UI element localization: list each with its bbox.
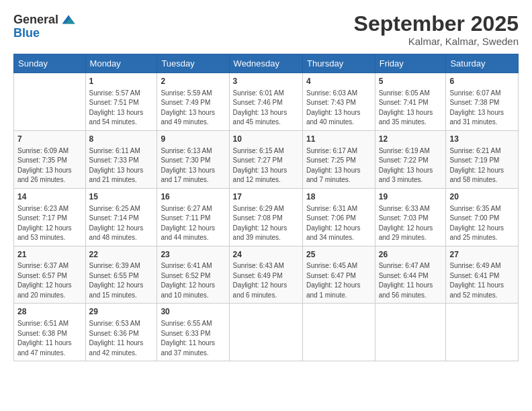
- day-number: 16: [161, 191, 225, 203]
- day-number: 27: [449, 249, 515, 261]
- day-number: 7: [17, 134, 82, 145]
- day-info: Sunrise: 6:49 AMSunset: 6:41 PMDaylight:…: [449, 261, 515, 300]
- header-thursday: Thursday: [302, 54, 375, 73]
- calendar-cell: 8Sunrise: 6:11 AMSunset: 7:33 PMDaylight…: [85, 130, 157, 188]
- week-row-1: 1Sunrise: 5:57 AMSunset: 7:51 PMDaylight…: [14, 73, 519, 131]
- page: General Blue September 2025 Kalmar, Kalm…: [0, 0, 532, 411]
- day-info: Sunrise: 6:03 AMSunset: 7:43 PMDaylight:…: [306, 89, 371, 128]
- calendar-cell: 29Sunrise: 6:53 AMSunset: 6:36 PMDayligh…: [85, 304, 157, 361]
- day-info: Sunrise: 6:09 AMSunset: 7:35 PMDaylight:…: [17, 146, 82, 185]
- day-number: 18: [306, 191, 371, 203]
- calendar-cell: 12Sunrise: 6:19 AMSunset: 7:22 PMDayligh…: [375, 130, 446, 188]
- header-sunday: Sunday: [14, 54, 86, 73]
- day-number: 3: [233, 76, 299, 87]
- logo-general: General: [13, 13, 58, 26]
- day-info: Sunrise: 6:15 AMSunset: 7:27 PMDaylight:…: [233, 146, 299, 185]
- day-info: Sunrise: 6:07 AMSunset: 7:38 PMDaylight:…: [449, 89, 515, 128]
- calendar-cell: 4Sunrise: 6:03 AMSunset: 7:43 PMDaylight…: [302, 73, 375, 131]
- calendar-cell: 18Sunrise: 6:31 AMSunset: 7:06 PMDayligh…: [302, 188, 375, 246]
- calendar-cell: 26Sunrise: 6:47 AMSunset: 6:44 PMDayligh…: [375, 246, 446, 304]
- header-friday: Friday: [375, 54, 446, 73]
- header-area: General Blue September 2025 Kalmar, Kalm…: [13, 12, 519, 47]
- header-monday: Monday: [85, 54, 157, 73]
- day-info: Sunrise: 5:59 AMSunset: 7:49 PMDaylight:…: [161, 89, 225, 128]
- day-info: Sunrise: 6:17 AMSunset: 7:25 PMDaylight:…: [306, 146, 371, 185]
- day-info: Sunrise: 6:51 AMSunset: 6:38 PMDaylight:…: [17, 319, 82, 358]
- day-number: 6: [449, 76, 515, 87]
- day-info: Sunrise: 6:29 AMSunset: 7:08 PMDaylight:…: [233, 204, 299, 243]
- header-tuesday: Tuesday: [157, 54, 229, 73]
- calendar-cell: 5Sunrise: 6:05 AMSunset: 7:41 PMDaylight…: [375, 73, 446, 131]
- title-area: September 2025 Kalmar, Kalmar, Sweden: [354, 12, 519, 47]
- calendar-cell: 16Sunrise: 6:27 AMSunset: 7:11 PMDayligh…: [157, 188, 229, 246]
- calendar-cell: [375, 304, 446, 361]
- day-number: 14: [17, 191, 82, 203]
- calendar-cell: [446, 304, 519, 361]
- header-saturday: Saturday: [446, 54, 519, 73]
- day-info: Sunrise: 6:05 AMSunset: 7:41 PMDaylight:…: [379, 89, 443, 128]
- day-number: 11: [306, 134, 371, 145]
- header-wednesday: Wednesday: [229, 54, 302, 73]
- weekday-header-row: Sunday Monday Tuesday Wednesday Thursday…: [14, 54, 519, 73]
- day-info: Sunrise: 6:55 AMSunset: 6:33 PMDaylight:…: [161, 319, 225, 358]
- day-number: 30: [161, 306, 225, 318]
- day-number: 19: [379, 191, 443, 203]
- day-number: 25: [306, 249, 371, 261]
- day-number: 17: [233, 191, 299, 203]
- week-row-5: 28Sunrise: 6:51 AMSunset: 6:38 PMDayligh…: [14, 304, 519, 361]
- calendar-cell: 9Sunrise: 6:13 AMSunset: 7:30 PMDaylight…: [157, 130, 229, 188]
- day-info: Sunrise: 6:19 AMSunset: 7:22 PMDaylight:…: [379, 146, 443, 185]
- day-info: Sunrise: 6:33 AMSunset: 7:03 PMDaylight:…: [379, 204, 443, 243]
- calendar-cell: 23Sunrise: 6:41 AMSunset: 6:52 PMDayligh…: [157, 246, 229, 304]
- calendar-cell: 14Sunrise: 6:23 AMSunset: 7:17 PMDayligh…: [14, 188, 86, 246]
- day-number: 26: [379, 249, 443, 261]
- day-number: 22: [89, 249, 154, 261]
- week-row-4: 21Sunrise: 6:37 AMSunset: 6:57 PMDayligh…: [14, 246, 519, 304]
- day-number: 4: [306, 76, 371, 87]
- day-info: Sunrise: 6:23 AMSunset: 7:17 PMDaylight:…: [17, 204, 82, 243]
- day-number: 21: [17, 249, 82, 261]
- day-number: 10: [233, 134, 299, 145]
- calendar-table: Sunday Monday Tuesday Wednesday Thursday…: [13, 54, 519, 361]
- calendar-cell: 17Sunrise: 6:29 AMSunset: 7:08 PMDayligh…: [229, 188, 302, 246]
- day-info: Sunrise: 6:47 AMSunset: 6:44 PMDaylight:…: [379, 261, 443, 300]
- calendar-cell: [14, 73, 86, 131]
- logo-icon: [61, 12, 76, 27]
- month-title: September 2025: [354, 12, 519, 36]
- calendar-cell: 21Sunrise: 6:37 AMSunset: 6:57 PMDayligh…: [14, 246, 86, 304]
- calendar-cell: 28Sunrise: 6:51 AMSunset: 6:38 PMDayligh…: [14, 304, 86, 361]
- day-info: Sunrise: 6:37 AMSunset: 6:57 PMDaylight:…: [17, 261, 82, 300]
- day-number: 28: [17, 306, 82, 318]
- calendar-cell: 2Sunrise: 5:59 AMSunset: 7:49 PMDaylight…: [157, 73, 229, 131]
- day-info: Sunrise: 6:35 AMSunset: 7:00 PMDaylight:…: [449, 204, 515, 243]
- day-number: 2: [161, 76, 225, 87]
- day-number: 12: [379, 134, 443, 145]
- calendar-cell: 24Sunrise: 6:43 AMSunset: 6:49 PMDayligh…: [229, 246, 302, 304]
- calendar-cell: [229, 304, 302, 361]
- day-info: Sunrise: 6:31 AMSunset: 7:06 PMDaylight:…: [306, 204, 371, 243]
- day-info: Sunrise: 6:27 AMSunset: 7:11 PMDaylight:…: [161, 204, 225, 243]
- calendar-cell: 27Sunrise: 6:49 AMSunset: 6:41 PMDayligh…: [446, 246, 519, 304]
- calendar-cell: 3Sunrise: 6:01 AMSunset: 7:46 PMDaylight…: [229, 73, 302, 131]
- week-row-3: 14Sunrise: 6:23 AMSunset: 7:17 PMDayligh…: [14, 188, 519, 246]
- day-info: Sunrise: 6:01 AMSunset: 7:46 PMDaylight:…: [233, 89, 299, 128]
- day-number: 1: [89, 76, 154, 87]
- day-number: 5: [379, 76, 443, 87]
- day-info: Sunrise: 6:13 AMSunset: 7:30 PMDaylight:…: [161, 146, 225, 185]
- calendar-cell: 7Sunrise: 6:09 AMSunset: 7:35 PMDaylight…: [14, 130, 86, 188]
- calendar-cell: 1Sunrise: 5:57 AMSunset: 7:51 PMDaylight…: [85, 73, 157, 131]
- day-info: Sunrise: 6:53 AMSunset: 6:36 PMDaylight:…: [89, 319, 154, 358]
- day-number: 29: [89, 306, 154, 318]
- calendar-cell: 19Sunrise: 6:33 AMSunset: 7:03 PMDayligh…: [375, 188, 446, 246]
- day-number: 8: [89, 134, 154, 145]
- day-number: 9: [161, 134, 225, 145]
- day-info: Sunrise: 6:39 AMSunset: 6:55 PMDaylight:…: [89, 261, 154, 300]
- day-info: Sunrise: 5:57 AMSunset: 7:51 PMDaylight:…: [89, 89, 154, 128]
- calendar-cell: 10Sunrise: 6:15 AMSunset: 7:27 PMDayligh…: [229, 130, 302, 188]
- day-number: 13: [449, 134, 515, 145]
- day-number: 23: [161, 249, 225, 261]
- day-info: Sunrise: 6:41 AMSunset: 6:52 PMDaylight:…: [161, 261, 225, 300]
- day-info: Sunrise: 6:45 AMSunset: 6:47 PMDaylight:…: [306, 261, 371, 300]
- calendar-cell: [302, 304, 375, 361]
- day-number: 20: [449, 191, 515, 203]
